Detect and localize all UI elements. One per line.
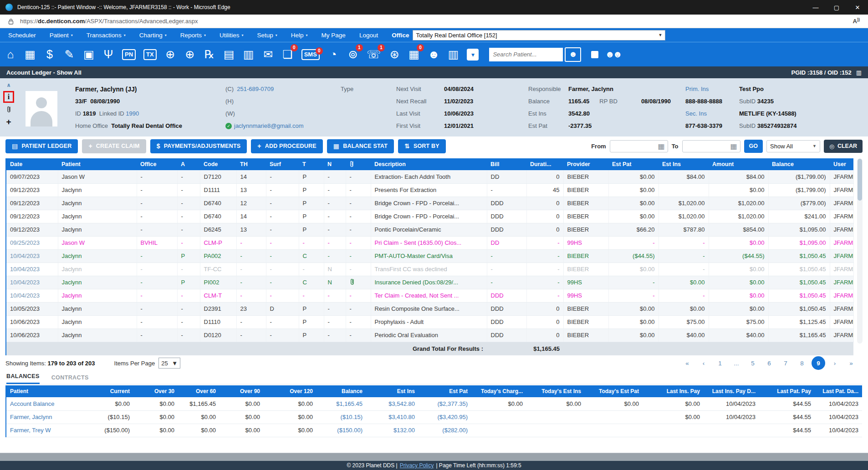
column-header-estpat[interactable]: Est Pat (608, 158, 659, 170)
ledger-row[interactable]: 10/04/2023Jaclynn--CLM-T-----Ter Claim -… (6, 289, 853, 302)
sort-by-button[interactable]: ⇅SORT BY (398, 139, 446, 153)
office-select[interactable]: Totally Real Dental Office [152] ▼ (413, 30, 665, 40)
ledger-row[interactable]: 09/12/2023Jaclynn--D674014-P--Bridge Cro… (6, 210, 853, 223)
column-header-description[interactable]: Description (371, 158, 487, 170)
column-header-amount[interactable]: Amount (709, 158, 768, 170)
cell-phone-link[interactable]: 251-689-0709 (237, 86, 274, 92)
balances-cell-patient[interactable]: Account Balance (6, 397, 83, 410)
page-button-7[interactable]: 7 (779, 356, 792, 370)
messages-icon[interactable]: ❏0 (282, 47, 294, 62)
address-bar[interactable]: https://dc.denticon.com/ASPX/Transaction… (0, 15, 868, 28)
scrollbar-thumb[interactable] (858, 159, 862, 201)
balances-column-today-s-est-pat[interactable]: Today's Est Pat (585, 385, 643, 397)
attachment-icon[interactable] (6, 106, 11, 114)
prescriptions-icon[interactable]: ℞ (204, 47, 215, 62)
search-input[interactable] (489, 48, 563, 61)
balances-column-last-pat-da[interactable]: Last Pat. Da... (815, 385, 862, 397)
insurance-plan-link[interactable]: Prim. Ins (685, 86, 739, 92)
email-icon[interactable]: ✉ (262, 47, 274, 62)
web-portal-icon[interactable]: ⊚1 (347, 47, 359, 62)
balances-column-patient[interactable]: Patient (6, 385, 83, 397)
balances-column-over-90[interactable]: Over 90 (220, 385, 264, 397)
fax-icon[interactable]: ▤ (223, 47, 235, 62)
to-date-input[interactable]: ▦ (682, 140, 740, 152)
add-account-icon[interactable]: ⊕ (184, 47, 196, 62)
menu-item-my-page[interactable]: My Page (322, 32, 346, 39)
balances-row[interactable]: Farmer, Jaclynn($10.15)$0.00$0.00$0.00$0… (6, 410, 862, 424)
ledger-row[interactable]: 10/04/2023Jaclynn-PPA002--C--PMT-AUTO-Ma… (6, 249, 853, 263)
collapse-panel-icon[interactable]: ∧ (6, 82, 11, 88)
column-header-patient[interactable]: Patient (58, 158, 137, 170)
patient-ledger-button[interactable]: ▤PATIENT LEDGER (5, 139, 78, 153)
time-clock-icon[interactable]: ◔ (327, 47, 339, 62)
payments-icon[interactable]: $ (44, 47, 56, 62)
add-procedure-button[interactable]: +ADD PROCEDURE (251, 139, 322, 153)
info-icon[interactable]: i (3, 91, 14, 103)
maximize-button[interactable]: ▢ (826, 0, 847, 15)
column-header-date[interactable]: Date (6, 158, 58, 170)
balances-column-today-s-est-ins[interactable]: Today's Est Ins (526, 385, 585, 397)
show-filter-select[interactable]: Show All ▼ (766, 140, 820, 152)
balances-column-balance[interactable]: Balance (317, 385, 366, 397)
page-button-8[interactable]: 8 (795, 356, 809, 370)
read-aloud-icon[interactable]: A)) (853, 17, 860, 25)
ledger-row[interactable]: 09/12/2023Jaclynn--D624513-P--Pontic Por… (6, 223, 853, 236)
email-link[interactable]: jaclynnmarie8@gmail.com (234, 122, 304, 129)
column-header-duration[interactable]: Durati... (526, 158, 563, 170)
tab-contracts[interactable]: CONTRACTS (51, 374, 89, 384)
column-header-estins[interactable]: Est Ins (659, 158, 709, 170)
scheduler-icon[interactable]: ▦ (24, 47, 36, 62)
page-button-[interactable]: » (844, 356, 858, 370)
balances-cell-patient[interactable]: Farmer, Jaclynn (6, 410, 83, 424)
column-header-surf[interactable]: Surf (266, 158, 299, 170)
balances-column-over-120[interactable]: Over 120 (264, 385, 317, 397)
treatment-notes-icon[interactable]: ✎ (63, 47, 75, 62)
menu-item-scheduler[interactable]: Scheduler (8, 32, 36, 39)
ledger-row[interactable]: 09/07/2023Jason W--D712014-P--Extraction… (6, 170, 853, 183)
ledger-row[interactable]: 10/06/2023Jaclynn--D1110--P--Prophylaxis… (6, 315, 853, 328)
ledger-row[interactable]: 10/04/2023Jaclynn-PPI002--CNInsurance De… (6, 276, 853, 289)
column-header-t[interactable]: T (299, 158, 324, 170)
print-icon[interactable]: ▥ (856, 69, 862, 76)
column-header-user[interactable]: User (830, 158, 853, 170)
page-button-[interactable]: › (828, 356, 842, 370)
call-log-icon[interactable]: ☏1 (367, 47, 381, 62)
sms-icon[interactable]: SMS0 (301, 49, 320, 60)
horizontal-scrollbar[interactable] (0, 453, 868, 461)
column-header-provider[interactable]: Provider (563, 158, 608, 170)
home-icon[interactable]: ⌂ (5, 47, 16, 62)
patients-icon[interactable]: ☻☻ (605, 49, 620, 60)
page-button-[interactable]: ... (730, 356, 743, 370)
privacy-policy-link[interactable]: Privacy Policy (400, 462, 434, 469)
add-patient-icon[interactable]: ⊕ (164, 47, 176, 62)
create-claim-button[interactable]: +CREATE CLAIM (82, 139, 146, 153)
column-header-bill[interactable]: Bill (487, 158, 526, 170)
print-queue-icon[interactable]: ▥ (447, 47, 459, 62)
page-button-[interactable]: ‹ (697, 356, 710, 370)
menu-item-charting[interactable]: Charting▾ (139, 32, 167, 39)
column-header-clip[interactable] (346, 158, 371, 170)
page-button-9[interactable]: 9 (812, 356, 825, 370)
column-header-n[interactable]: N (324, 158, 346, 170)
add-icon[interactable]: + (6, 117, 11, 127)
page-button-6[interactable]: 6 (762, 356, 776, 370)
page-button-1[interactable]: 1 (713, 356, 727, 370)
menu-item-help[interactable]: Help▾ (291, 32, 308, 39)
patient-group-icon[interactable]: ☻ (428, 47, 439, 62)
payments-adjustments-button[interactable]: $PAYMENTS/ADJUSTMENTS (150, 139, 247, 153)
ledger-row[interactable]: 10/04/2023Jaclynn--TF-CC---N-TransFirst … (6, 263, 853, 276)
menu-item-transactions[interactable]: Transactions▾ (87, 32, 126, 39)
ledger-row[interactable]: 10/06/2023Jaclynn--D0120--P--Periodic Or… (6, 328, 853, 342)
web-search-icon[interactable]: ⊛ (388, 47, 400, 62)
ledger-row[interactable]: 09/12/2023Jaclynn--D111113-P--Presents F… (6, 183, 853, 197)
menu-item-patient[interactable]: Patient▾ (50, 32, 73, 39)
tab-balances[interactable]: BALANCES (6, 373, 40, 384)
progress-notes-icon[interactable]: PN (122, 49, 136, 60)
treatment-plan-icon[interactable]: TX (143, 49, 157, 60)
balances-cell-patient[interactable]: Farmer, Trey W (6, 424, 83, 437)
balances-row[interactable]: Account Balance$0.00$0.00$1,165.45$0.00$… (6, 397, 862, 410)
balances-column-last-ins-pay[interactable]: Last Ins. Pay (643, 385, 704, 397)
statements-icon[interactable]: ▥ (243, 47, 255, 62)
tooth-chart-icon[interactable]: ▣ (83, 47, 95, 62)
balances-column-current[interactable]: Current (83, 385, 133, 397)
